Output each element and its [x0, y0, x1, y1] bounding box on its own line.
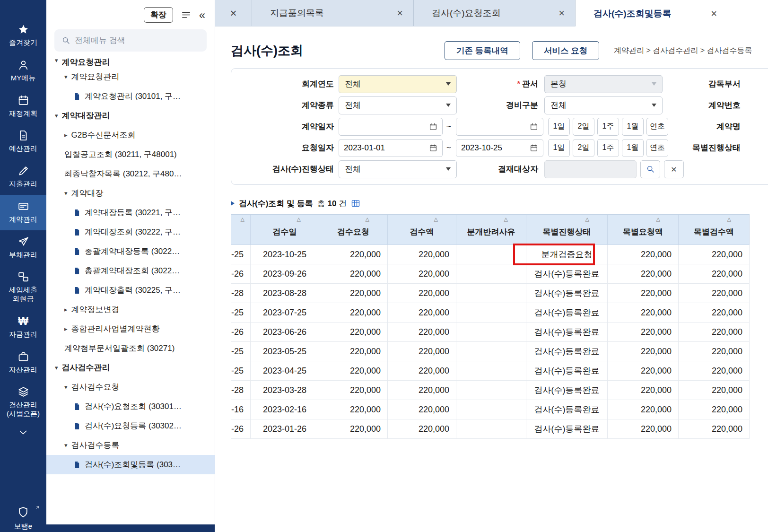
tab[interactable]: 지급품의목록× [252, 0, 414, 26]
progress-status-select[interactable]: 전체 [339, 160, 457, 178]
column-header[interactable]: △검수일 [251, 215, 319, 245]
quick-range-button[interactable]: 1일 [548, 118, 570, 136]
sort-icon[interactable]: △ [656, 216, 660, 222]
table-row[interactable]: -252023-10-25220,000220,000분개검증요청220,000… [231, 245, 750, 264]
menu-item[interactable]: 총괄계약대장조회 (3022… [46, 261, 215, 280]
existing-records-button[interactable]: 기존 등록내역 [445, 41, 520, 60]
column-header[interactable]: △분개반려사유 [456, 215, 526, 245]
contract-date-to-input[interactable] [456, 118, 543, 136]
sidebar-item[interactable]: 결산관리 (시범오픈) [0, 380, 46, 425]
sidebar-item[interactable]: 부채관리 [0, 230, 46, 266]
table-row[interactable]: -262023-09-26220,000220,000검사(수)등록완료220,… [231, 264, 750, 284]
table-row[interactable]: -252023-04-25220,000220,000검사(수)등록완료220,… [231, 361, 750, 381]
tab-close-clipped[interactable]: × [215, 0, 252, 26]
close-tab-icon[interactable]: × [709, 8, 719, 20]
doc-file-icon [73, 286, 81, 295]
menu-item[interactable]: 최종낙찰자목록 (30212, 구480… [46, 164, 215, 183]
sidebar-item-botame[interactable]: 보탬e [14, 506, 32, 532]
menu-item[interactable]: 계약대장등록 (30221, 구… [46, 203, 215, 222]
table-icon[interactable] [351, 199, 360, 208]
menu-item[interactable]: ▸G2B수신문서조회 [46, 125, 215, 145]
sort-icon[interactable]: △ [727, 216, 731, 222]
quick-range-button[interactable]: 1월 [622, 118, 644, 136]
office-select[interactable]: 본청 [544, 75, 663, 93]
sidebar-item[interactable]: 즐겨찾기 [0, 18, 46, 53]
column-header[interactable]: △검수요청 [319, 215, 388, 245]
sort-icon[interactable]: △ [297, 216, 301, 222]
tab[interactable]: 검사(수)조회및등록× [576, 0, 768, 27]
menu-item[interactable]: ▾검사검수등록 [46, 436, 215, 455]
sort-icon[interactable]: △ [241, 216, 244, 222]
menu-item[interactable]: 입찰공고조회 (30211, 구48001) [46, 145, 215, 164]
menu-item[interactable]: ▾검사검수요청 [46, 377, 215, 397]
approver-search-button[interactable] [640, 160, 660, 178]
menu-item[interactable]: ▸종합관리사업별계약현황 [46, 319, 215, 339]
menu-item[interactable]: 검사(수)조회및등록 (303… [46, 455, 215, 474]
menu-item[interactable]: 계약첨부문서일괄조회 (30271) [46, 339, 215, 358]
close-tab-icon[interactable]: × [557, 7, 567, 19]
menu-item[interactable]: ▾계약요청관리 [46, 67, 215, 87]
sort-icon[interactable]: △ [366, 216, 369, 222]
table-row[interactable]: -162023-02-16220,000220,000검사(수)등록완료220,… [231, 400, 750, 419]
contract-date-from-input[interactable] [339, 118, 443, 136]
menu-item[interactable]: 계약대장출력 (30225, 구… [46, 280, 215, 300]
sidebar-item[interactable]: 자산관리 [0, 345, 46, 381]
table-row[interactable]: -282023-08-28220,000220,000검사(수)등록완료220,… [231, 284, 750, 303]
menu-item[interactable]: ▾검사검수관리 [46, 358, 215, 377]
table-row[interactable]: -262023-06-26220,000220,000검사(수)등록완료220,… [231, 323, 750, 342]
menu-item[interactable]: 계약요청관리 (30101, 구… [46, 87, 215, 106]
sidebar-item[interactable]: ₩자금관리 [0, 310, 46, 345]
sidebar-item[interactable]: 예산관리 [0, 124, 46, 159]
table-row[interactable]: -252023-07-25220,000220,000검사(수)등록완료220,… [231, 303, 750, 323]
calendar-icon[interactable] [429, 144, 437, 152]
close-tab-icon[interactable]: × [395, 7, 405, 19]
request-date-to-input[interactable]: 2023-10-25 [456, 139, 543, 157]
column-header[interactable]: △목별요청액 [608, 215, 679, 245]
menu-item[interactable]: 검사(수)요청등록 (30302… [46, 416, 215, 436]
menu-item[interactable]: 계약대장조회 (30222, 구… [46, 222, 215, 242]
sidebar-item[interactable]: 계약관리 [0, 195, 46, 230]
menu-item[interactable]: 총괄계약대장등록 (3022… [46, 242, 215, 261]
expand-button[interactable]: 확장 [144, 7, 173, 23]
calendar-icon[interactable] [429, 122, 437, 131]
sidebar-more-button[interactable] [17, 427, 29, 438]
menu-item[interactable]: ▾계약요청관리 [46, 58, 215, 67]
collapse-panel-icon[interactable]: « [199, 9, 205, 21]
approver-clear-button[interactable]: × [664, 160, 684, 178]
sidebar-item[interactable]: 재정계획 [0, 89, 46, 124]
menu-search-input[interactable]: 전체메뉴 검색 [54, 29, 207, 52]
request-date-from-input[interactable]: 2023-01-01 [339, 139, 443, 157]
quick-range-button[interactable]: 1주 [597, 139, 619, 157]
service-request-button[interactable]: 서비스 요청 [532, 41, 599, 60]
quick-range-button[interactable]: 1월 [622, 139, 644, 157]
menu-item[interactable]: ▾계약대장 [46, 183, 215, 203]
table-row[interactable]: -282023-03-28220,000220,000검사(수)등록완료220,… [231, 381, 750, 400]
contract-type-select[interactable]: 전체 [339, 96, 457, 114]
quick-range-button[interactable]: 2일 [573, 139, 594, 157]
menu-item[interactable]: ▸계약정보변경 [46, 300, 215, 319]
sidebar-item[interactable]: MY메뉴 [0, 53, 46, 89]
sort-icon[interactable]: △ [434, 216, 438, 222]
quick-range-button[interactable]: 1주 [597, 118, 619, 136]
menu-list-icon[interactable] [181, 9, 192, 20]
tab[interactable]: 검사(수)요청조회× [414, 0, 576, 26]
quick-range-button[interactable]: 1일 [548, 139, 570, 157]
menu-item[interactable]: 검사(수)요청조회 (30301… [46, 397, 215, 416]
calendar-icon[interactable] [530, 122, 538, 131]
menu-item[interactable]: ▾계약대장관리 [46, 106, 215, 125]
expense-type-select[interactable]: 전체 [544, 96, 663, 114]
sidebar-item[interactable]: 세입세출 외현금 [0, 265, 46, 310]
column-header[interactable]: △목별진행상태 [526, 215, 608, 245]
quick-range-button[interactable]: 2일 [573, 118, 594, 136]
fiscal-year-select[interactable]: 전체 [339, 75, 457, 93]
column-header[interactable]: △검수액 [388, 215, 456, 245]
calendar-icon[interactable] [530, 144, 538, 152]
sort-icon[interactable]: △ [504, 216, 508, 222]
table-row[interactable]: -262023-01-26220,000220,000검사(수)등록완료220,… [231, 419, 750, 439]
column-header[interactable]: △ [231, 215, 251, 245]
approver-input[interactable] [544, 160, 637, 178]
column-header[interactable]: △목별검수액 [679, 215, 750, 245]
table-row[interactable]: -252023-05-25220,000220,000검사(수)등록완료220,… [231, 342, 750, 361]
sidebar-item[interactable]: 지출관리 [0, 159, 46, 195]
sort-icon[interactable]: △ [585, 216, 589, 222]
